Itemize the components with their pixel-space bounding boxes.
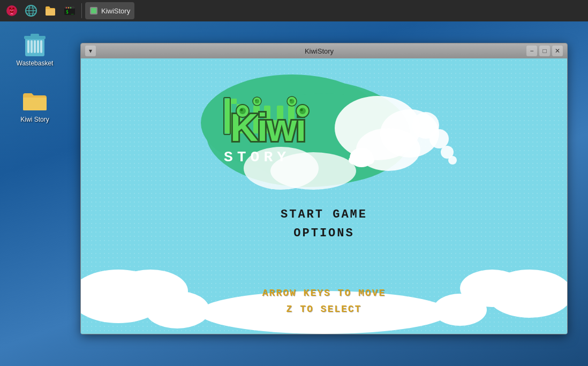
svg-rect-20 [91, 8, 96, 13]
wastebasket-label: Wastebasket [17, 59, 54, 67]
kiwi-story-folder-icon[interactable]: Kiwi Story [13, 86, 56, 125]
svg-point-74 [300, 109, 303, 111]
svg-point-2 [12, 8, 14, 10]
svg-rect-24 [34, 40, 36, 53]
kiwi-logo: STORY Kiwi Kiwi [185, 69, 463, 198]
svg-point-36 [429, 129, 449, 148]
window-dropdown-button[interactable]: ▾ [85, 46, 96, 56]
svg-point-70 [239, 108, 246, 114]
game-screen: STORY Kiwi Kiwi START GAME OPTIONS [81, 58, 567, 334]
taskbar-window-label: KiwiStory [101, 7, 130, 15]
window-titlebar: ▾ KiwiStory − □ ✕ [81, 43, 567, 58]
svg-point-16 [66, 7, 67, 8]
window-close-button[interactable]: ✕ [552, 46, 563, 56]
svg-point-17 [68, 7, 69, 8]
svg-text:STORY: STORY [224, 149, 290, 166]
window-title: KiwiStory [112, 47, 526, 55]
svg-rect-22 [27, 40, 29, 53]
svg-point-62 [290, 99, 292, 101]
controls-select-text: Z TO SELECT [262, 301, 386, 318]
start-game-menu-item[interactable]: START GAME [281, 205, 367, 224]
window-maximize-button[interactable]: □ [539, 46, 550, 56]
terminal-icon[interactable]: $ _ [61, 2, 78, 19]
wastebasket-image [22, 32, 48, 57]
window-left-controls: ▾ [85, 46, 112, 56]
taskbar: $ _ KiwiStory [0, 0, 588, 21]
wastebasket-icon[interactable]: Wastebasket [13, 29, 56, 69]
svg-rect-42 [231, 99, 237, 104]
folder-image [22, 88, 48, 114]
svg-point-71 [240, 109, 243, 111]
svg-rect-28 [31, 34, 39, 36]
svg-point-38 [448, 156, 457, 165]
raspberry-pi-icon[interactable] [3, 2, 20, 19]
svg-text:$ _: $ _ [66, 10, 74, 14]
svg-point-73 [299, 108, 306, 114]
svg-rect-26 [40, 40, 42, 53]
svg-point-65 [349, 156, 359, 165]
options-menu-item[interactable]: OPTIONS [281, 224, 367, 243]
svg-point-66 [364, 156, 374, 165]
svg-rect-23 [31, 40, 33, 53]
taskbar-window-button[interactable]: KiwiStory [85, 2, 134, 19]
svg-point-59 [255, 100, 257, 101]
svg-rect-25 [37, 40, 39, 53]
kiwi-story-label: Kiwi Story [20, 116, 49, 123]
svg-point-1 [9, 8, 11, 10]
window-minimize-button[interactable]: − [526, 46, 537, 56]
controls-hint: ARROW KEYS TO MOVE Z TO SELECT [262, 285, 386, 318]
svg-point-18 [70, 7, 71, 8]
taskbar-separator [81, 3, 82, 18]
browser-icon[interactable] [22, 2, 40, 19]
controls-move-text: ARROW KEYS TO MOVE [262, 285, 386, 302]
kiwistory-window: ▾ KiwiStory − □ ✕ [80, 43, 568, 334]
files-icon[interactable] [42, 2, 59, 19]
window-controls: − □ ✕ [526, 46, 563, 56]
game-menu: START GAME OPTIONS [281, 205, 367, 243]
